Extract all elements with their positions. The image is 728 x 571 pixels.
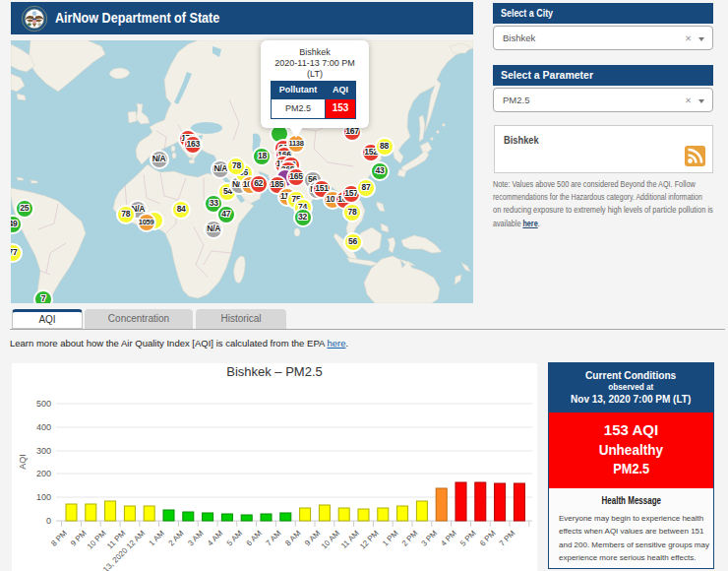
svg-text:12 PM: 12 PM [358,529,381,551]
svg-text:2 AM: 2 AM [166,529,185,547]
svg-text:1 AM: 1 AM [148,529,166,547]
svg-text:6 AM: 6 AM [245,529,264,547]
svg-text:8 PM: 8 PM [49,529,69,548]
svg-text:3 AM: 3 AM [186,529,205,547]
svg-text:11 AM: 11 AM [339,529,361,550]
svg-text:10 PM: 10 PM [86,529,108,551]
svg-text:5 PM: 5 PM [458,529,478,548]
svg-text:Bishkek – PM2.5: Bishkek – PM2.5 [226,364,323,379]
svg-text:300: 300 [36,446,51,456]
svg-text:100: 100 [36,492,51,502]
svg-text:6 PM: 6 PM [478,529,498,548]
svg-text:200: 200 [36,469,51,478]
svg-text:AQI: AQI [18,454,28,470]
svg-text:4 PM: 4 PM [439,529,458,548]
svg-text:10 AM: 10 AM [320,529,342,551]
svg-text:3 PM: 3 PM [420,529,440,548]
svg-text:4 AM: 4 AM [206,529,224,547]
svg-text:8 AM: 8 AM [283,529,302,547]
svg-text:2 PM: 2 PM [400,529,420,548]
svg-text:1 PM: 1 PM [381,529,400,548]
svg-text:0: 0 [46,516,51,526]
svg-text:7 AM: 7 AM [264,529,282,547]
svg-text:5 AM: 5 AM [225,529,244,547]
svg-text:7 PM: 7 PM [498,529,517,548]
svg-text:500: 500 [36,399,51,409]
svg-text:400: 400 [36,422,51,432]
